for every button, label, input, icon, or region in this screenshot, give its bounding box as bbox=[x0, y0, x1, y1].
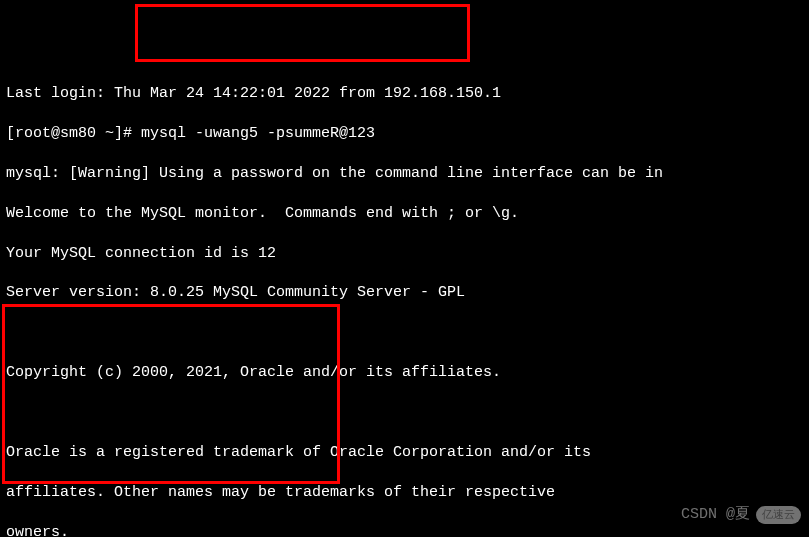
annotation-box-login-command bbox=[135, 4, 470, 62]
terminal-line bbox=[6, 403, 803, 423]
watermark: CSDN @夏 亿速云 bbox=[681, 505, 801, 525]
terminal-line: Your MySQL connection id is 12 bbox=[6, 244, 803, 264]
terminal-line: owners. bbox=[6, 523, 803, 537]
watermark-text: CSDN @夏 bbox=[681, 505, 750, 525]
terminal-line: Welcome to the MySQL monitor. Commands e… bbox=[6, 204, 803, 224]
terminal-line: Copyright (c) 2000, 2021, Oracle and/or … bbox=[6, 363, 803, 383]
terminal-line: Oracle is a registered trademark of Orac… bbox=[6, 443, 803, 463]
terminal-line: [root@sm80 ~]# mysql -uwang5 -psummeR@12… bbox=[6, 124, 803, 144]
terminal-line: affiliates. Other names may be trademark… bbox=[6, 483, 803, 503]
terminal-line: Server version: 8.0.25 MySQL Community S… bbox=[6, 283, 803, 303]
terminal-line: mysql: [Warning] Using a password on the… bbox=[6, 164, 803, 184]
terminal-line bbox=[6, 323, 803, 343]
terminal-line: Last login: Thu Mar 24 14:22:01 2022 fro… bbox=[6, 84, 803, 104]
watermark-logo: 亿速云 bbox=[756, 506, 801, 525]
